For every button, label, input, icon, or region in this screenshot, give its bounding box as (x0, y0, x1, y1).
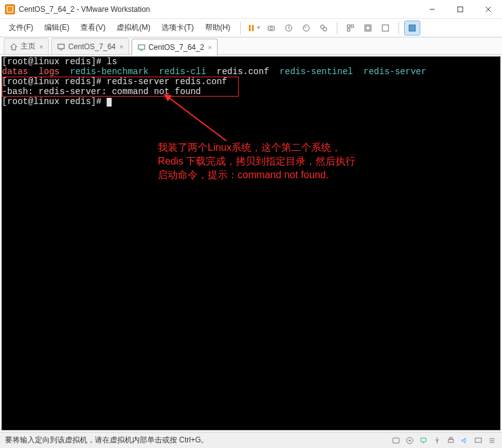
menu-view[interactable]: 查看(V) (75, 20, 110, 36)
terminal-line: datas logs redis-benchmark redis-cli red… (2, 67, 500, 77)
tab-label: CentOS_7_64_2 (148, 43, 204, 52)
svg-rect-5 (252, 25, 254, 31)
home-icon (9, 42, 18, 51)
toolbar: ▼ (246, 21, 420, 36)
terminal[interactable]: [root@linux redis]# ls datas logs redis-… (1, 56, 501, 431)
tray (391, 436, 497, 446)
minimize-button[interactable] (418, 0, 446, 18)
status-text: 要将输入定向到该虚拟机，请在虚拟机内部单击或按 Ctrl+G。 (5, 435, 391, 446)
menu-help[interactable]: 帮助(H) (200, 20, 236, 36)
window-titlebar: CentOS_7_64_2 - VMware Workstation (0, 0, 502, 19)
statusbar: 要将输入定向到该虚拟机，请在虚拟机内部单击或按 Ctrl+G。 (0, 432, 502, 448)
separator (240, 22, 241, 34)
menu-icon[interactable] (487, 436, 497, 446)
snapshot-button[interactable] (281, 21, 297, 36)
annotation-text: 我装了两个Linux系统，这个第二个系统， Redis 下载完成，拷贝到指定目录… (158, 141, 355, 182)
terminal-line: [root@linux redis]# (2, 97, 500, 107)
tab-label: CentOS_7_64 (68, 42, 115, 51)
unity-button[interactable] (360, 21, 376, 36)
svg-rect-14 (347, 29, 350, 31)
svg-rect-21 (138, 45, 145, 49)
svg-rect-19 (58, 44, 64, 49)
menu-file[interactable]: 文件(F) (4, 20, 38, 36)
sound-icon[interactable] (460, 436, 470, 446)
pause-button[interactable]: ▼ (246, 21, 262, 36)
close-icon[interactable]: × (208, 44, 211, 51)
svg-rect-16 (366, 26, 370, 30)
svg-point-11 (323, 27, 327, 31)
snapshot-manager-button[interactable] (316, 21, 332, 36)
maximize-button[interactable] (446, 0, 474, 18)
menu-edit[interactable]: 编辑(E) (39, 20, 74, 36)
menubar: 文件(F) 编辑(E) 查看(V) 虚拟机(M) 选项卡(T) 帮助(H) ▼ (0, 19, 502, 37)
terminal-line: [root@linux redis]# ls (2, 57, 500, 67)
tab-label: 主页 (21, 41, 36, 52)
printer-icon[interactable] (446, 436, 456, 446)
svg-rect-13 (351, 25, 354, 27)
app-icon (5, 4, 15, 14)
svg-rect-18 (409, 25, 415, 31)
close-button[interactable] (474, 0, 502, 18)
tab-centos-1[interactable]: CentOS_7_64 × (51, 38, 129, 54)
display-icon[interactable] (473, 436, 483, 446)
screenshot-button[interactable] (263, 21, 279, 36)
tabbar: 主页 × CentOS_7_64 × CentOS_7_64_2 × (0, 37, 502, 55)
svg-point-26 (409, 439, 411, 441)
monitor-icon (57, 42, 65, 51)
svg-rect-27 (421, 438, 426, 442)
svg-rect-12 (347, 25, 350, 27)
fullscreen-button[interactable] (377, 21, 393, 36)
network-icon[interactable] (418, 436, 428, 446)
window-controls (418, 0, 502, 18)
console-view-button[interactable] (404, 21, 420, 36)
svg-rect-4 (249, 25, 251, 31)
monitor-icon (137, 43, 146, 52)
tab-home[interactable]: 主页 × (4, 38, 49, 54)
close-icon[interactable]: × (120, 43, 123, 50)
separator (398, 22, 399, 34)
svg-rect-1 (458, 7, 463, 12)
svg-point-7 (270, 27, 273, 29)
svg-rect-29 (448, 439, 453, 442)
cursor (107, 98, 112, 107)
usb-icon[interactable] (432, 436, 442, 446)
terminal-line: -bash: redis-server: command not found (2, 87, 500, 97)
revert-snapshot-button[interactable] (298, 21, 314, 36)
close-icon[interactable]: × (39, 43, 43, 50)
svg-rect-24 (393, 438, 399, 443)
cd-icon[interactable] (405, 436, 415, 446)
window-title: CentOS_7_64_2 - VMware Workstation (19, 5, 418, 14)
disk-icon[interactable] (391, 436, 401, 446)
terminal-line: [root@linux redis]# redis-server redis.c… (2, 77, 500, 87)
thumbnail-view-button[interactable] (342, 21, 359, 36)
svg-rect-31 (475, 438, 481, 442)
tab-centos-2[interactable]: CentOS_7_64_2 × (132, 39, 218, 55)
svg-rect-17 (382, 25, 389, 31)
menu-tabs[interactable]: 选项卡(T) (157, 20, 198, 36)
separator (337, 22, 337, 34)
svg-rect-30 (450, 437, 452, 439)
menu-vm[interactable]: 虚拟机(M) (112, 20, 155, 36)
